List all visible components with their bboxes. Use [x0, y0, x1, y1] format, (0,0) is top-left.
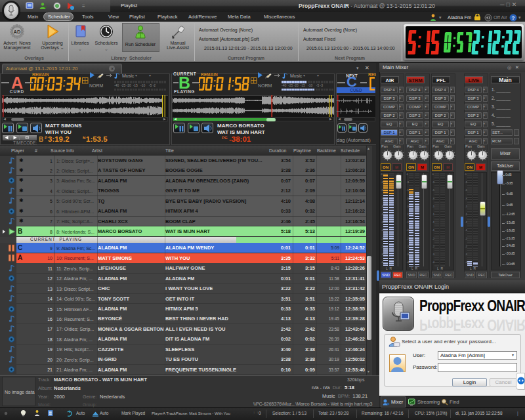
svg-text:?: ? [512, 15, 515, 21]
svg-text:Music: Music [122, 74, 135, 78]
svg-text:▾: ▾ [518, 15, 521, 20]
svg-text:Music: Music [290, 74, 303, 78]
svg-text:▾: ▾ [439, 15, 442, 20]
svg-text:≡: ≡ [82, 3, 85, 9]
svg-text:AD: AD [14, 29, 21, 35]
